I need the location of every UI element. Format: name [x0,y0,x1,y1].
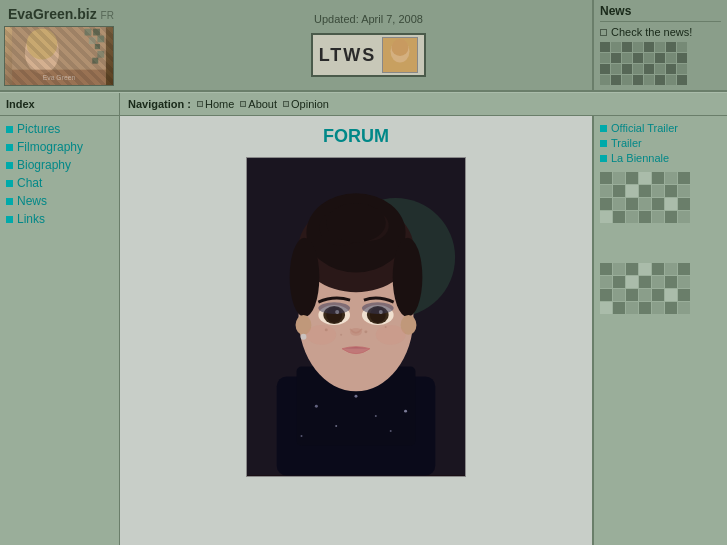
official-trailer-text: Official Trailer [611,122,678,134]
ltws-text: LTWS [319,45,377,66]
svg-point-48 [362,302,394,314]
nav-home-icon [197,101,203,107]
nav-link-home[interactable]: Home [197,98,234,110]
svg-point-51 [376,325,406,345]
logo-image: Eva Green [4,26,114,86]
svg-text:Eva Green: Eva Green [43,74,76,81]
site-lang-label: FR [101,10,114,21]
sidebar-item-pictures[interactable]: Pictures [6,122,113,136]
sidebar-link-biography[interactable]: Biography [17,158,71,172]
updated-text: Updated: April 7, 2008 [314,13,423,25]
svg-point-19 [315,405,318,408]
sidebar-right: Official Trailer Trailer La Biennale [592,116,727,545]
menu-square-icon [6,162,13,169]
right-sidebar-grid-decoration-2 [600,263,721,314]
menu-square-icon [6,216,13,223]
svg-point-53 [340,334,342,336]
svg-rect-11 [92,58,98,64]
official-trailer-link[interactable]: Official Trailer [600,122,721,134]
sidebar-link-pictures[interactable]: Pictures [17,122,60,136]
ltws-banner: LTWS [311,33,427,77]
main-photo [246,157,466,477]
sidebar-item-chat[interactable]: Chat [6,176,113,190]
svg-point-25 [390,430,392,432]
svg-point-33 [326,203,385,243]
header-right-section: News Check the news! [592,0,727,90]
right-sq-icon [600,155,607,162]
header-center: Updated: April 7, 2008 LTWS [145,0,592,90]
svg-point-22 [375,415,377,417]
sidebar-left: Pictures Filmography Biography Chat News… [0,116,120,545]
site-name-text: EvaGreen.biz [8,6,97,22]
svg-rect-7 [97,36,104,43]
svg-point-50 [306,325,336,345]
menu-square-icon [6,144,13,151]
right-sq-icon [600,140,607,147]
svg-rect-6 [93,29,100,36]
nav-about-text: About [248,98,277,110]
svg-rect-8 [89,37,96,44]
svg-point-34 [290,238,320,317]
trailer-link[interactable]: Trailer [600,137,721,149]
nav-opinion-icon [283,101,289,107]
nav-bar: Index Navigation : Home About Opinion [0,92,727,116]
svg-point-43 [318,302,350,314]
sidebar-item-news[interactable]: News [6,194,113,208]
main-content: FORUM [120,116,592,545]
header-right-grid-decoration [600,42,721,85]
sidebar-menu: Pictures Filmography Biography Chat News… [6,122,113,226]
header: EvaGreen.biz FR Eva Green Up [0,0,727,92]
svg-point-52 [325,328,328,331]
section-title: FORUM [323,126,389,147]
trailer-text: Trailer [611,137,642,149]
index-label: Index [0,93,120,115]
svg-point-54 [364,330,367,333]
svg-point-1 [25,31,59,74]
check-news-link[interactable]: Check the news! [600,26,721,38]
right-sidebar-grid-decoration [600,172,721,223]
nav-link-about[interactable]: About [240,98,277,110]
sidebar-link-chat[interactable]: Chat [17,176,42,190]
news-heading: News [600,4,721,22]
news-square-icon [600,29,607,36]
svg-point-55 [385,326,387,328]
svg-point-2 [27,29,58,60]
main-area: Pictures Filmography Biography Chat News… [0,116,727,545]
sidebar-link-news[interactable]: News [17,194,47,208]
svg-point-23 [301,435,303,437]
right-sq-icon [600,125,607,132]
header-logo-section: EvaGreen.biz FR Eva Green [0,0,145,90]
svg-rect-10 [97,51,104,58]
check-news-text: Check the news! [611,26,692,38]
ltws-image [382,37,418,73]
nav-link-opinion[interactable]: Opinion [283,98,329,110]
nav-about-icon [240,101,246,107]
nav-home-text: Home [205,98,234,110]
menu-square-icon [6,198,13,205]
site-title: EvaGreen.biz FR [4,4,118,24]
sidebar-item-links[interactable]: Links [6,212,113,226]
svg-rect-9 [95,44,100,49]
right-links-section: Official Trailer Trailer La Biennale [600,122,721,164]
sidebar-link-filmography[interactable]: Filmography [17,140,83,154]
svg-point-24 [404,410,407,413]
sidebar-link-links[interactable]: Links [17,212,45,226]
svg-rect-5 [85,29,92,36]
navigation-label: Navigation : [128,98,191,110]
la-biennale-text: La Biennale [611,152,669,164]
svg-point-20 [335,425,337,427]
nav-links: Navigation : Home About Opinion [120,98,727,110]
la-biennale-link[interactable]: La Biennale [600,152,721,164]
svg-point-38 [301,334,307,340]
svg-rect-3 [12,70,106,85]
svg-rect-0 [12,27,106,85]
sidebar-item-filmography[interactable]: Filmography [6,140,113,154]
sidebar-item-biography[interactable]: Biography [6,158,113,172]
svg-point-14 [392,39,409,56]
nav-opinion-text: Opinion [291,98,329,110]
menu-square-icon [6,126,13,133]
menu-square-icon [6,180,13,187]
svg-point-21 [355,395,358,398]
svg-point-35 [393,238,423,317]
